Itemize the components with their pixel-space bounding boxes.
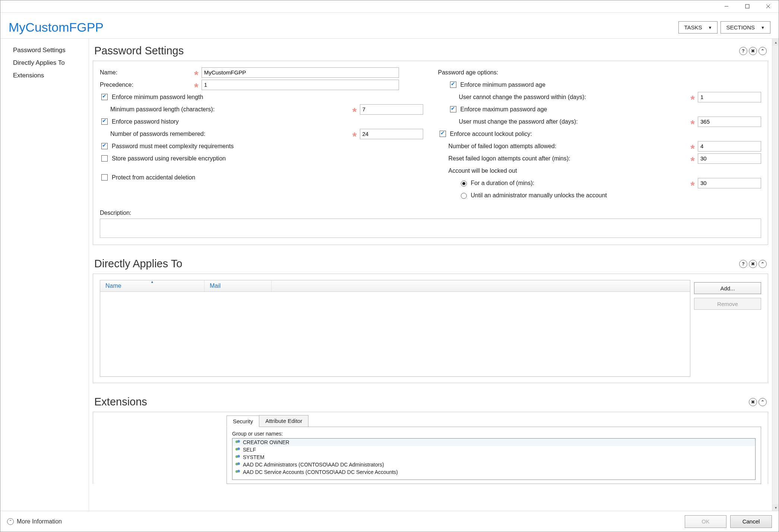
minimize-button[interactable] xyxy=(716,0,737,13)
tasks-label: TASKS xyxy=(684,24,702,31)
max-age-input[interactable] xyxy=(698,117,761,127)
enforce-history-label: Enforce password history xyxy=(112,118,179,125)
enforce-max-age-label: Enforce maximum password age xyxy=(460,106,547,113)
min-age-input[interactable] xyxy=(698,92,761,102)
lockout-checkbox[interactable] xyxy=(440,131,446,137)
list-item[interactable]: CREATOR OWNER xyxy=(232,439,755,446)
section-applies-to: Directly Applies To ? ✖ ⌃ Name▲ Mail xyxy=(93,252,768,383)
group-icon xyxy=(235,462,241,467)
group-icon xyxy=(235,447,241,452)
description-textarea[interactable] xyxy=(100,219,761,238)
tab-security[interactable]: Security xyxy=(227,415,259,427)
group-icon xyxy=(235,470,241,474)
sidebar-item-password-settings[interactable]: Password Settings xyxy=(0,44,89,57)
close-panel-icon[interactable]: ✖ xyxy=(749,260,757,268)
enforce-min-length-label: Enforce minimum password length xyxy=(112,94,203,101)
password-settings-body: Name: * Precedence: * Enf xyxy=(93,61,768,245)
column-header-blank xyxy=(272,280,690,292)
scroll-up-icon[interactable]: ▴ xyxy=(772,39,779,45)
extensions-heading: Extensions xyxy=(94,396,147,408)
reset-count-label: Reset failed logon attempts count after … xyxy=(449,155,688,162)
list-item[interactable]: AAD DC Administrators (CONTOSO\AAD DC Ad… xyxy=(232,461,755,468)
svg-rect-1 xyxy=(745,4,749,8)
duration-input[interactable] xyxy=(698,178,761,188)
required-icon: * xyxy=(690,98,695,101)
scroll-down-icon[interactable]: ▾ xyxy=(772,504,779,511)
reversible-checkbox[interactable] xyxy=(101,155,108,162)
collapse-icon[interactable]: ⌃ xyxy=(759,47,767,55)
column-header-mail[interactable]: Mail xyxy=(205,280,272,292)
help-icon[interactable]: ? xyxy=(739,260,747,268)
sidebar-item-extensions[interactable]: Extensions xyxy=(0,69,89,82)
until-admin-label: Until an administrator manually unlocks … xyxy=(471,192,607,199)
help-icon[interactable]: ? xyxy=(739,47,747,55)
complexity-checkbox[interactable] xyxy=(101,143,108,149)
complexity-label: Password must meet complexity requiremen… xyxy=(112,143,234,150)
close-panel-icon[interactable]: ✖ xyxy=(749,47,757,55)
nav-sidebar: Password Settings Directly Applies To Ex… xyxy=(0,39,89,511)
more-information-link[interactable]: ⌃ More Information xyxy=(7,518,62,525)
required-icon: * xyxy=(690,147,695,150)
sort-asc-icon: ▲ xyxy=(151,280,154,284)
password-settings-heading: Password Settings xyxy=(94,45,184,57)
tab-attribute-editor[interactable]: Attribute Editor xyxy=(259,415,308,427)
duration-radio[interactable] xyxy=(461,181,467,187)
history-input[interactable] xyxy=(360,129,423,139)
applies-to-heading: Directly Applies To xyxy=(94,258,182,270)
column-header-name[interactable]: Name▲ xyxy=(100,280,205,292)
group-icon xyxy=(235,455,241,459)
until-admin-radio[interactable] xyxy=(461,193,467,199)
failed-attempts-input[interactable] xyxy=(698,141,761,152)
protect-checkbox[interactable] xyxy=(101,174,108,181)
close-panel-icon[interactable]: ✖ xyxy=(749,398,757,406)
min-age-sub-label: User cannot change the password within (… xyxy=(459,94,688,101)
sections-dropdown[interactable]: SECTIONS▼ xyxy=(721,21,770,34)
maximize-button[interactable] xyxy=(737,0,758,13)
sidebar-item-directly-applies-to[interactable]: Directly Applies To xyxy=(0,57,89,69)
title-bar xyxy=(0,0,779,13)
expand-icon: ⌃ xyxy=(7,518,14,525)
add-button[interactable]: Add... xyxy=(694,282,761,294)
footer: ⌃ More Information OK Cancel xyxy=(0,511,779,532)
extensions-left-pane xyxy=(100,415,223,484)
left-column: Name: * Precedence: * Enf xyxy=(100,66,423,201)
sections-label: SECTIONS xyxy=(726,24,755,31)
list-item[interactable]: SYSTEM xyxy=(232,453,755,461)
collapse-icon[interactable]: ⌃ xyxy=(759,260,767,268)
list-item[interactable]: AAD DC Service Accounts (CONTOSO\AAD DC … xyxy=(232,468,755,476)
extensions-tabs: Security Attribute Editor xyxy=(227,415,761,427)
section-password-settings: Password Settings ? ✖ ⌃ Name: * xyxy=(93,39,768,245)
required-icon: * xyxy=(690,159,695,163)
min-length-input[interactable] xyxy=(360,104,423,115)
header: MyCustomFGPP TASKS▼ SECTIONS▼ xyxy=(0,13,779,39)
page-title: MyCustomFGPP xyxy=(9,20,104,35)
enforce-max-age-checkbox[interactable] xyxy=(450,106,456,112)
tasks-dropdown[interactable]: TASKS▼ xyxy=(678,21,718,34)
description-label: Description: xyxy=(100,210,761,216)
history-label: Number of passwords remembered: xyxy=(110,131,349,137)
enforce-min-age-checkbox[interactable] xyxy=(450,82,456,88)
applies-to-grid[interactable]: Name▲ Mail xyxy=(100,280,690,377)
age-options-label: Password age options: xyxy=(438,69,761,76)
grid-buttons: Add... Remove xyxy=(694,280,761,377)
collapse-icon[interactable]: ⌃ xyxy=(759,398,767,406)
enforce-history-checkbox[interactable] xyxy=(101,118,108,125)
enforce-min-age-label: Enforce minimum password age xyxy=(460,82,546,88)
cancel-button[interactable]: Cancel xyxy=(730,515,772,528)
name-input[interactable] xyxy=(202,67,399,78)
failed-attempts-label: Number of failed logon attempts allowed: xyxy=(449,143,688,150)
window: MyCustomFGPP TASKS▼ SECTIONS▼ Password S… xyxy=(0,0,779,532)
header-buttons: TASKS▼ SECTIONS▼ xyxy=(678,21,770,34)
required-icon: * xyxy=(194,85,199,89)
precedence-input[interactable] xyxy=(202,80,399,90)
close-button[interactable] xyxy=(758,0,779,13)
reset-count-input[interactable] xyxy=(698,153,761,164)
principals-listbox[interactable]: CREATOR OWNER SELF SYSTEM AAD DC Adminis… xyxy=(232,438,756,480)
reversible-label: Store password using reversible encrypti… xyxy=(112,155,226,162)
required-icon: * xyxy=(690,184,695,187)
vertical-scrollbar[interactable]: ▴ ▾ xyxy=(772,39,779,511)
footer-buttons: OK Cancel xyxy=(685,515,772,528)
enforce-min-length-checkbox[interactable] xyxy=(101,94,108,100)
list-item[interactable]: SELF xyxy=(232,446,755,453)
required-icon: * xyxy=(352,134,357,138)
